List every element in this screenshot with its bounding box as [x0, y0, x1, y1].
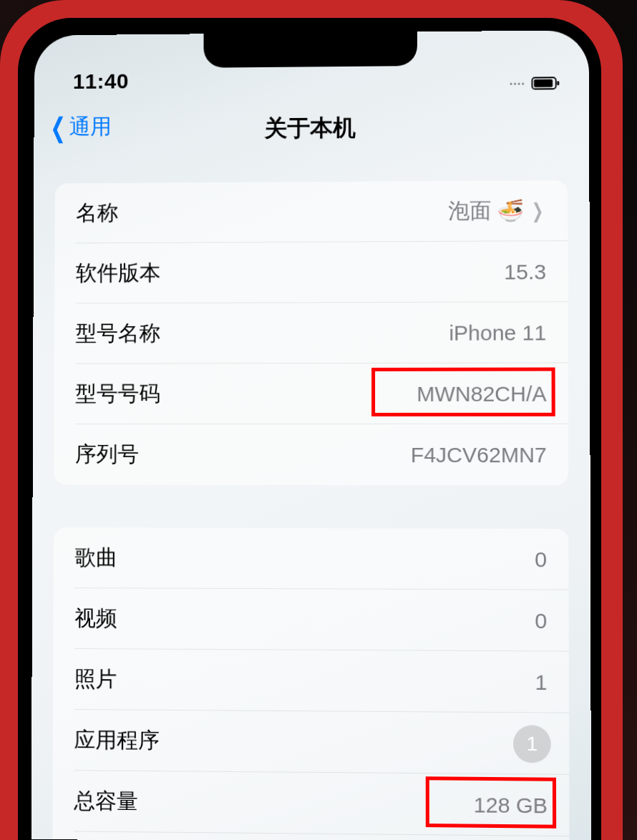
row-value: 0: [535, 608, 547, 633]
row-value: 泡面 🍜 ❯: [448, 196, 546, 226]
chevron-right-icon: ❯: [532, 199, 543, 223]
row-name[interactable]: 名称 泡面 🍜 ❯: [54, 180, 568, 243]
signal-dots-icon: ••••: [510, 79, 525, 87]
row-label: 软件版本: [76, 258, 161, 288]
row-label: 歌曲: [74, 543, 117, 572]
nav-bar: ❮ 通用 关于本机: [34, 105, 589, 152]
screen: 11:40 •••• ❮ 通用: [31, 30, 591, 840]
row-serial-number[interactable]: 序列号 F4JCV62MN7: [54, 424, 568, 486]
row-applications[interactable]: 应用程序 1: [53, 710, 570, 775]
page-title: 关于本机: [264, 112, 355, 145]
row-model-number[interactable]: 型号号码 MWN82CH/A: [54, 363, 568, 424]
row-value: iPhone 11: [449, 321, 546, 345]
row-songs[interactable]: 歌曲 0: [54, 527, 569, 590]
back-button[interactable]: ❮ 通用: [47, 112, 112, 142]
row-label: 照片: [74, 665, 117, 694]
svg-rect-1: [534, 79, 553, 87]
battery-icon: [531, 77, 560, 89]
row-label: 型号号码: [75, 379, 160, 409]
row-label: 型号名称: [76, 319, 161, 348]
row-value: 1: [535, 670, 548, 694]
apps-count-badge: 1: [513, 725, 551, 763]
notch: [203, 31, 417, 67]
row-label: 视频: [74, 604, 117, 633]
phone-frame: 11:40 •••• ❮ 通用: [18, 18, 601, 840]
storage-info-group: 歌曲 0 视频 0 照片 1 应用程序 1: [52, 527, 570, 840]
chevron-left-icon: ❮: [50, 114, 66, 141]
row-model-name[interactable]: 型号名称 iPhone 11: [54, 302, 568, 364]
row-total-capacity[interactable]: 总容量 128 GB: [52, 771, 569, 836]
phone-case: 11:40 •••• ❮ 通用: [0, 0, 623, 840]
row-videos[interactable]: 视频 0: [53, 588, 568, 652]
row-label: 序列号: [75, 440, 139, 469]
row-value: 15.3: [504, 260, 546, 284]
row-label: 应用程序: [74, 726, 160, 756]
row-photos[interactable]: 照片 1: [53, 649, 569, 713]
content: 名称 泡面 🍜 ❯ 软件版本 15.3 型号名称 iPhone 11: [52, 173, 569, 840]
status-right: ••••: [510, 77, 560, 90]
row-value: F4JCV62MN7: [411, 443, 547, 467]
row-label: 总容量: [74, 786, 138, 816]
row-label: 名称: [76, 199, 118, 228]
row-software-version[interactable]: 软件版本 15.3: [54, 241, 568, 304]
row-value: 0: [535, 547, 547, 572]
svg-rect-2: [557, 81, 559, 85]
status-time: 11:40: [73, 69, 129, 94]
row-value: 128 GB: [474, 793, 548, 818]
row-value: MWN82CH/A: [417, 381, 546, 406]
back-label: 通用: [69, 112, 112, 142]
device-info-group: 名称 泡面 🍜 ❯ 软件版本 15.3 型号名称 iPhone 11: [54, 180, 568, 486]
